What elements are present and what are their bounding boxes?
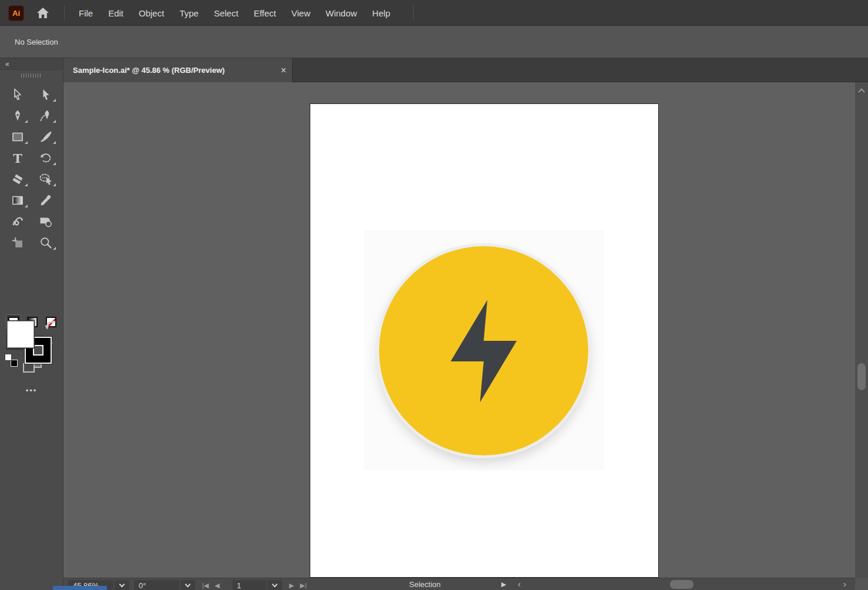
zoom-level-dropdown[interactable] xyxy=(115,580,129,590)
menubar-separator xyxy=(64,5,65,21)
vertical-scroll-thumb[interactable] xyxy=(857,363,866,390)
menu-type[interactable]: Type xyxy=(179,8,199,18)
menubar-separator xyxy=(413,5,414,21)
menu-items: File Edit Object Type Select Effect View… xyxy=(79,0,390,26)
status-menu-arrow-icon[interactable]: ▶ xyxy=(501,581,506,588)
document-tab-bar: Sample-Icon.ai* @ 45.86 % (RGB/Preview) … xyxy=(63,58,868,82)
canvas-area[interactable] xyxy=(63,82,855,578)
illustrator-window: Ai File Edit Object Type Select Effect V… xyxy=(0,0,868,590)
tools-panel: « T xyxy=(0,58,63,590)
hscroll-left-icon[interactable]: ‹ xyxy=(518,579,521,589)
document-tab[interactable]: Sample-Icon.ai* @ 45.86 % (RGB/Preview) … xyxy=(63,58,293,82)
gradient-tool[interactable] xyxy=(4,190,32,211)
zoom-tool[interactable] xyxy=(32,232,60,253)
artboard-tool[interactable] xyxy=(4,232,32,253)
direct-selection-tool[interactable] xyxy=(32,84,60,105)
paintbrush-tool[interactable] xyxy=(32,126,60,148)
tool-grid: T xyxy=(4,84,60,253)
rotation-field[interactable]: 0° xyxy=(134,580,179,590)
home-icon[interactable] xyxy=(34,5,52,21)
zoom-text-selection-highlight xyxy=(53,586,107,590)
menu-view[interactable]: View xyxy=(291,8,310,18)
panel-drag-handle[interactable] xyxy=(21,73,42,78)
menu-object[interactable]: Object xyxy=(139,8,164,18)
collapse-panel-button[interactable]: « xyxy=(0,58,63,70)
menu-help[interactable]: Help xyxy=(372,8,390,18)
rotation-dropdown[interactable] xyxy=(180,580,195,590)
type-tool[interactable]: T xyxy=(4,148,32,169)
default-fill-stroke-icon[interactable] xyxy=(5,354,18,367)
lightning-badge-artwork[interactable] xyxy=(379,246,588,455)
status-bar: 45.86% 0° |◀ ◀ 1 ▶ ▶| Selection ▶ ‹ › xyxy=(63,578,855,590)
scroll-up-icon[interactable] xyxy=(855,83,868,96)
previous-artboard-icon[interactable]: ◀ xyxy=(215,582,219,589)
menu-effect[interactable]: Effect xyxy=(254,8,276,18)
document-tab-title: Sample-Icon.ai* @ 45.86 % (RGB/Preview) xyxy=(73,66,224,75)
rectangle-tool[interactable] xyxy=(4,126,32,148)
shape-builder-tool[interactable] xyxy=(32,211,60,232)
rotate-tool[interactable] xyxy=(32,148,60,169)
menu-bar: Ai File Edit Object Type Select Effect V… xyxy=(0,0,868,26)
pen-tool[interactable] xyxy=(4,105,32,126)
menu-select[interactable]: Select xyxy=(214,8,239,18)
artboard-navigation: |◀ ◀ xyxy=(202,580,220,590)
vertical-scrollbar[interactable] xyxy=(855,82,868,590)
rotate-view-tool[interactable] xyxy=(32,169,60,190)
fill-indicator[interactable] xyxy=(7,321,34,348)
swap-fill-stroke-icon[interactable] xyxy=(45,320,56,332)
menu-edit[interactable]: Edit xyxy=(108,8,123,18)
lightning-bolt-icon xyxy=(451,300,517,402)
eyedropper-tool[interactable] xyxy=(32,190,60,211)
first-artboard-icon[interactable]: |◀ xyxy=(202,582,209,589)
selection-tool[interactable] xyxy=(4,84,32,105)
next-artboard-icon[interactable]: ▶ xyxy=(289,582,294,589)
illustrator-logo-icon[interactable]: Ai xyxy=(8,5,24,21)
artboard-number-field[interactable]: 1 xyxy=(232,580,266,590)
selection-status-label: No Selection xyxy=(15,26,58,58)
status-display[interactable]: Selection xyxy=(393,580,457,589)
artboard-navigation-next: ▶ ▶| xyxy=(289,580,307,590)
eraser-tool[interactable] xyxy=(4,169,32,190)
edit-toolbar-button[interactable]: ••• xyxy=(0,386,63,395)
curvature-tool[interactable] xyxy=(32,105,60,126)
menu-window[interactable]: Window xyxy=(326,8,357,18)
last-artboard-icon[interactable]: ▶| xyxy=(300,582,306,589)
shaper-tool[interactable] xyxy=(4,211,32,232)
artboard-number-dropdown[interactable] xyxy=(267,580,282,590)
scrollbar-corner xyxy=(855,578,868,590)
hscroll-right-icon[interactable]: › xyxy=(843,579,846,589)
control-bar: No Selection Stroke: 1 pt Uniform Touch … xyxy=(0,26,868,58)
horizontal-scroll-thumb[interactable] xyxy=(670,580,693,589)
menu-file[interactable]: File xyxy=(79,8,93,18)
tab-close-icon[interactable]: × xyxy=(281,58,286,82)
